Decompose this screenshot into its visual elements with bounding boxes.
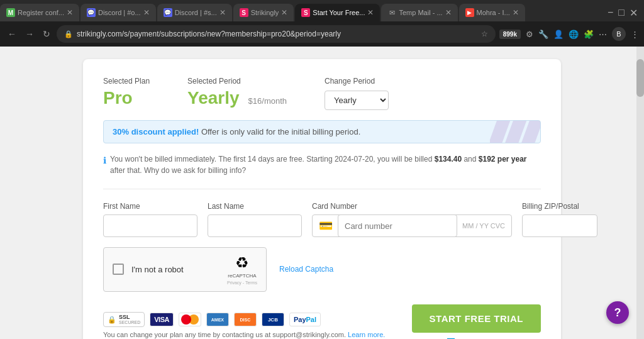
recaptcha-subtext: Privacy - Terms — [227, 281, 257, 285]
section-divider — [103, 189, 541, 189]
ssl-badge: 🔒 SSL SECURED — [103, 312, 145, 327]
amex-badge: AMEX — [206, 313, 229, 326]
back-button[interactable]: ← — [5, 28, 19, 40]
change-period-section: Change Period Yearly Monthly — [325, 77, 389, 110]
captcha-label: I'm not a robot — [131, 265, 219, 274]
star-icon[interactable]: ☆ — [481, 30, 488, 38]
support-text: You can change your plan any time by con… — [103, 331, 385, 338]
zip-input[interactable] — [522, 214, 597, 237]
learn-more-link[interactable]: Learn more. — [348, 331, 385, 338]
captcha-logo: ♻ reCAPTCHA Privacy - Terms — [227, 254, 257, 285]
url-text: strikingly.com/s/payment/subscriptions/n… — [77, 30, 477, 38]
reload-button[interactable]: ↻ — [40, 28, 53, 40]
zip-label: Billing ZIP/Postal — [522, 202, 597, 211]
selected-period-section: Selected Period Yearly $16/month — [187, 77, 287, 108]
ssl-label: SECURED — [119, 320, 140, 325]
discount-bold: 30% discount applied! — [113, 127, 199, 136]
billing-info: ℹ You won't be billed immediately. The f… — [103, 153, 541, 176]
reload-captcha-link[interactable]: Reload Captcha — [279, 265, 333, 274]
tab-mohra[interactable]: ▶ Mohra - I... ✕ — [459, 4, 525, 21]
ext3-icon[interactable]: 👤 — [553, 30, 564, 39]
period-row: Yearly $16/month — [187, 88, 287, 108]
change-period-label: Change Period — [325, 77, 389, 86]
first-name-input[interactable] — [103, 214, 197, 237]
tab-start-free[interactable]: S Start Your Free... ✕ — [295, 4, 380, 21]
tab-close-icon[interactable]: ✕ — [513, 8, 519, 17]
ext5-icon[interactable]: 🧩 — [584, 30, 594, 39]
tab-discord2[interactable]: 💬 Discord | #s... ✕ — [157, 4, 232, 21]
form-row: First Name Last Name Card Number 💳 MM / … — [103, 202, 541, 237]
discover-badge: DISC — [234, 313, 257, 326]
first-name-group: First Name — [103, 202, 197, 237]
minimize-icon[interactable]: − — [608, 7, 613, 18]
plan-header: Selected Plan Pro Selected Period Yearly… — [103, 77, 541, 110]
tab-close-icon[interactable]: ✕ — [367, 8, 374, 17]
card-number-group: Card Number 💳 MM / YY CVC — [312, 202, 512, 237]
selected-plan-section: Selected Plan Pro — [103, 77, 150, 108]
menu-icon[interactable]: ⋮ — [631, 30, 639, 39]
page-content: Selected Plan Pro Selected Period Yearly… — [0, 47, 644, 339]
card-input-wrapper[interactable]: 💳 MM / YY CVC — [312, 214, 512, 237]
tab-discord1[interactable]: 💬 Discord | #o... ✕ — [80, 4, 156, 21]
ssl-secured: SSL — [119, 314, 140, 320]
close-icon[interactable]: ✕ — [630, 7, 638, 19]
tab-close-icon[interactable]: ✕ — [67, 8, 73, 17]
billing-amount2: $192 per year — [479, 155, 527, 164]
last-name-input[interactable] — [208, 214, 302, 237]
billing-text: You won't be billed immediately. The fir… — [110, 155, 432, 164]
start-trial-button[interactable]: START FREE TRIAL — [412, 304, 541, 333]
tab-close-icon[interactable]: ✕ — [219, 8, 226, 17]
period-price: $16/month — [248, 96, 287, 106]
scrollbar[interactable] — [636, 47, 644, 339]
scrollbar-thumb[interactable] — [636, 59, 644, 97]
tab-tempmail[interactable]: ✉ Temp Mail - ... ✕ — [381, 4, 457, 21]
payment-info-left: 🔒 SSL SECURED VISA AMEX — [103, 312, 385, 338]
discount-banner: 30% discount applied! Offer is only vali… — [103, 120, 541, 143]
cta-area: START FREE TRIAL 🅿 Or use PayPal — [412, 304, 541, 339]
paypal-badge: PayPal — [289, 313, 321, 326]
browser-chrome: M Register conf... ✕ 💬 Discord | #o... ✕… — [0, 0, 644, 47]
payment-card: Selected Plan Pro Selected Period Yearly… — [83, 59, 561, 339]
card-number-input[interactable] — [338, 214, 457, 237]
card-number-label: Card Number — [312, 202, 512, 211]
browser-actions: 899k ⚙ 🔧 👤 🌐 🧩 ⋯ B ⋮ — [499, 27, 639, 41]
jcb-badge: JCB — [262, 313, 284, 326]
card-meta: MM / YY CVC — [462, 222, 505, 230]
address-bar[interactable]: 🔒 strikingly.com/s/payment/subscriptions… — [57, 25, 496, 43]
extension-badge: 899k — [499, 30, 521, 39]
payment-badges: 🔒 SSL SECURED VISA AMEX — [103, 312, 385, 327]
footer-row: 🔒 SSL SECURED VISA AMEX — [103, 304, 541, 339]
info-icon: ℹ — [103, 154, 106, 167]
tab-close-icon[interactable]: ✕ — [445, 8, 452, 17]
ext4-icon[interactable]: 🌐 — [569, 30, 579, 39]
recaptcha-icon: ♻ — [235, 254, 249, 272]
tab-close-icon[interactable]: ✕ — [281, 8, 287, 17]
ext6-icon[interactable]: ⋯ — [599, 30, 607, 39]
captcha-box[interactable]: I'm not a robot ♻ reCAPTCHA Privacy - Te… — [103, 247, 267, 292]
profile-icon[interactable]: B — [612, 27, 626, 41]
help-button[interactable]: ? — [606, 301, 629, 324]
mastercard-badge — [179, 313, 201, 326]
lock-icon: 🔒 — [108, 316, 116, 324]
maximize-icon[interactable]: □ — [618, 7, 625, 18]
captcha-checkbox[interactable] — [113, 264, 124, 275]
tab-bar: M Register conf... ✕ 💬 Discord | #o... ✕… — [0, 0, 644, 21]
address-bar-row: ← → ↻ 🔒 strikingly.com/s/payment/subscri… — [0, 21, 644, 47]
billing-amount1: $134.40 — [435, 155, 462, 164]
ext1-icon[interactable]: ⚙ — [526, 30, 533, 39]
last-name-label: Last Name — [208, 202, 302, 211]
card-chip-icon: 💳 — [319, 219, 333, 233]
selected-period-label: Selected Period — [187, 77, 287, 86]
tab-register[interactable]: M Register conf... ✕ — [0, 4, 79, 21]
change-period-select[interactable]: Yearly Monthly — [325, 91, 389, 110]
lock-icon: 🔒 — [64, 30, 73, 38]
ssl-text: SSL SECURED — [119, 314, 140, 325]
tab-close-icon[interactable]: ✕ — [143, 8, 150, 17]
zip-group: Billing ZIP/Postal — [522, 202, 597, 237]
ext2-icon[interactable]: 🔧 — [538, 30, 548, 39]
forward-button[interactable]: → — [23, 28, 36, 40]
billing-suffix: after that. Why do we ask for billing in… — [110, 166, 246, 175]
banner-stripes — [490, 121, 540, 143]
recaptcha-text: reCAPTCHA — [228, 273, 256, 279]
tab-strikingly[interactable]: S Strikingly ✕ — [233, 4, 294, 21]
